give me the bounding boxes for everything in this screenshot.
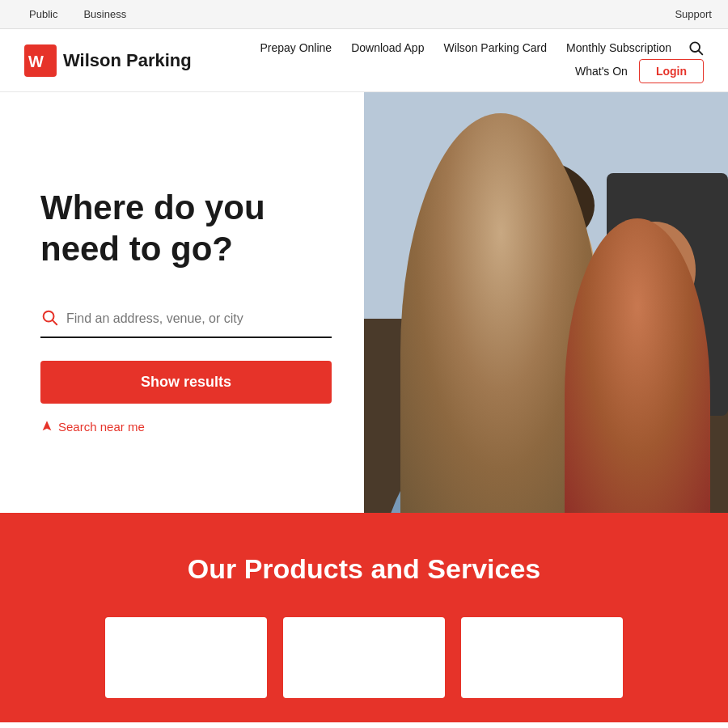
business-button[interactable]: Business [70, 3, 139, 25]
svg-point-12 [449, 157, 595, 254]
header-nav-row2: What's On Login [567, 59, 704, 83]
hero-left: Where do you need to go? Show results Se… [0, 92, 364, 513]
search-near-me-button[interactable]: Search near me [40, 420, 332, 434]
nav-download-app[interactable]: Download App [343, 38, 432, 57]
support-button[interactable]: Support [675, 8, 712, 20]
hero-image-container [364, 92, 728, 513]
search-input[interactable] [66, 311, 332, 326]
top-bar: Public Business Support [0, 0, 728, 29]
svg-rect-8 [364, 319, 728, 513]
hero-heading: Where do you need to go? [40, 188, 332, 269]
logo-link[interactable]: W Wilson Parking [24, 44, 192, 77]
header-nav-wrapper: Prepay Online Download App Wilson Parkin… [252, 38, 704, 83]
header-nav-row1: Prepay Online Download App Wilson Parkin… [252, 38, 704, 57]
svg-point-18 [607, 286, 704, 400]
nav-prepay-online[interactable]: Prepay Online [252, 38, 340, 57]
hero-photo-svg [364, 92, 728, 513]
logo-text: Wilson Parking [63, 50, 192, 71]
search-near-me-label: Search near me [58, 420, 145, 434]
login-button[interactable]: Login [639, 59, 704, 83]
svg-line-3 [699, 50, 703, 54]
search-icon-button[interactable] [688, 40, 704, 56]
search-icon [688, 40, 704, 56]
location-arrow-icon [40, 420, 53, 433]
search-circle-icon [40, 308, 58, 326]
svg-line-5 [53, 320, 57, 324]
products-section: Our Products and Services [0, 513, 728, 722]
svg-rect-9 [607, 173, 728, 416]
product-card-2[interactable] [283, 617, 445, 698]
show-results-button[interactable]: Show results [40, 361, 332, 404]
hero-image [364, 92, 728, 513]
svg-point-11 [449, 185, 595, 355]
top-bar-nav: Public Business [16, 3, 139, 25]
products-title: Our Products and Services [24, 553, 704, 585]
svg-point-21 [615, 387, 647, 428]
svg-rect-14 [528, 266, 569, 292]
public-button[interactable]: Public [16, 3, 70, 25]
nav-whats-on[interactable]: What's On [567, 61, 636, 81]
svg-point-10 [380, 416, 639, 513]
search-container [40, 302, 332, 338]
search-inline-icon [40, 308, 58, 330]
svg-line-17 [445, 351, 550, 513]
product-card-3[interactable] [461, 617, 623, 698]
svg-point-19 [615, 222, 696, 319]
svg-point-16 [473, 307, 570, 355]
nav-wilson-parking-card[interactable]: Wilson Parking Card [435, 38, 555, 57]
nav-monthly-subscription[interactable]: Monthly Subscription [558, 38, 679, 57]
wilson-parking-logo-icon: W [24, 44, 57, 77]
svg-text:W: W [28, 53, 44, 70]
product-card-1[interactable] [105, 617, 267, 698]
hero-section: Where do you need to go? Show results Se… [0, 92, 728, 513]
svg-rect-13 [481, 266, 522, 292]
svg-point-20 [603, 339, 708, 428]
products-grid [24, 617, 704, 698]
header: W Wilson Parking Prepay Online Download … [0, 29, 728, 92]
